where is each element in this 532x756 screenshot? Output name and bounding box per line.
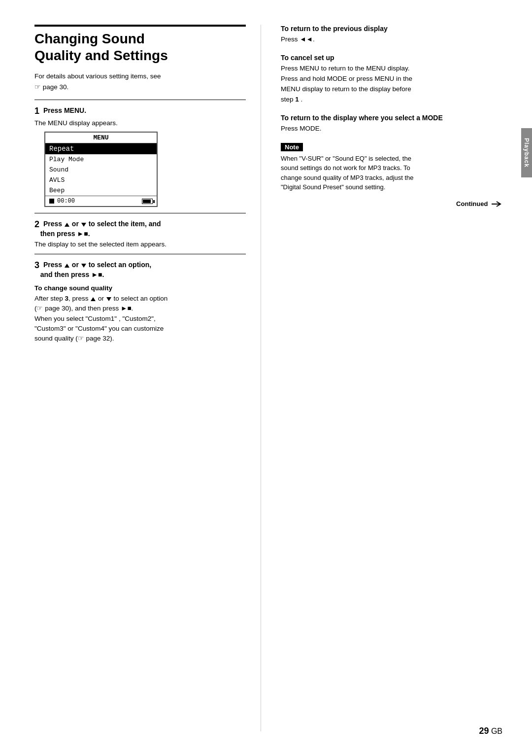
arrow-up-sub — [91, 297, 96, 301]
menu-item-playmode: Play Mode — [45, 154, 157, 165]
left-column: Changing Sound Quality and Settings For … — [34, 25, 261, 731]
cancel-body2: Press and hold MODE or press MENU in the — [281, 75, 412, 82]
battery-icon — [142, 199, 153, 204]
cancel-setup-header: To cancel set up — [281, 54, 502, 62]
arrow-up-icon-2 — [65, 223, 69, 227]
menu-item-repeat: Repeat — [45, 143, 157, 154]
page: Changing Sound Quality and Settings For … — [0, 0, 532, 756]
note-body3: change sound quality of MP3 tracks, adju… — [281, 174, 414, 181]
cancel-body1: Press MENU to return to the MENU display… — [281, 65, 410, 72]
title-line2: Quality and Settings — [34, 48, 168, 63]
sub-change-sound: To change sound quality After step 3, pr… — [34, 284, 246, 344]
sub-change-sound-header: To change sound quality — [34, 284, 246, 292]
page-title: Changing Sound Quality and Settings — [34, 25, 246, 64]
step-3-or: or — [72, 261, 81, 269]
menu-display: MENU Repeat Play Mode Sound AVLS Beep 00… — [44, 132, 158, 207]
return-prev-body: Press ◄◄. — [281, 34, 502, 45]
cancel-step-bold: 1 — [295, 96, 299, 103]
step-1-number: 1 — [34, 106, 39, 116]
arrow-down-icon-3 — [81, 264, 86, 268]
body2-text: When you select "Custom1" , "Custom2", — [34, 315, 156, 322]
note-body1: When "V-SUR" or "Sound EQ" is selected, … — [281, 155, 411, 162]
arrow-up-icon-3 — [65, 264, 69, 268]
page-number-bold: 29 — [479, 726, 489, 736]
step-1: 1 Press MENU. The MENU display appears. … — [34, 106, 246, 207]
note-body: When "V-SUR" or "Sound EQ" is selected, … — [281, 154, 502, 192]
arrow-down-sub — [106, 297, 111, 301]
playback-tab: Playback — [521, 128, 532, 177]
return-display-section: To return to the display where you selec… — [281, 114, 502, 134]
cancel-setup-section: To cancel set up Press MENU to return to… — [281, 54, 502, 105]
continued: Continued — [281, 200, 502, 207]
menu-item-beep: Beep — [45, 185, 157, 196]
menu-bottom: 00:00 — [45, 196, 157, 206]
body3-text: "Custom3" or "Custom4" you can customize — [34, 325, 164, 332]
step-2-number: 2 — [34, 219, 39, 229]
menu-time: 00:00 — [57, 198, 75, 205]
step-2-header: 2 Press or to select the item, and then … — [34, 219, 246, 238]
playback-label: Playback — [523, 138, 530, 168]
step-3-number: 3 — [34, 260, 39, 270]
return-display-body: Press MODE. — [281, 124, 502, 134]
body1-text: After step 3, press — [34, 295, 90, 302]
sub-change-sound-body: After step 3, press or to select an opti… — [34, 294, 246, 344]
note-body4: "Digital Sound Preset" sound setting. — [281, 183, 385, 191]
body1-or: or — [98, 295, 106, 302]
menu-item-avls: AVLS — [45, 175, 157, 185]
cancel-body3: MENU display to return to the display be… — [281, 85, 411, 93]
divider-2 — [34, 213, 246, 213]
right-column: To return to the previous display Press … — [261, 25, 502, 731]
return-prev-section: To return to the previous display Press … — [281, 25, 502, 45]
menu-square-icon — [49, 199, 54, 204]
title-line1: Changing Sound — [34, 31, 145, 46]
cancel-body4: step — [281, 96, 294, 103]
body4-text: sound quality (☞ page 32). — [34, 335, 114, 342]
step-3-text1: Press — [43, 261, 64, 269]
return-display-header: To return to the display where you selec… — [281, 114, 502, 122]
step-2-body: The display to set the selected item app… — [34, 241, 246, 248]
arrow-down-icon-2 — [81, 223, 86, 227]
continued-arrow-icon — [492, 201, 502, 207]
intro-text: For details about various setting items,… — [34, 72, 246, 80]
step-2-or: or — [72, 220, 81, 228]
divider-1 — [34, 100, 246, 100]
note-label: Note — [281, 143, 303, 151]
battery-fill — [143, 200, 151, 203]
cancel-setup-body: Press MENU to return to the MENU display… — [281, 64, 502, 105]
page-number-suffix: GB — [491, 727, 502, 735]
step-2-text1: Press — [43, 220, 64, 228]
page-ref: ☞ page 30. — [34, 83, 246, 91]
page-number: 29 GB — [479, 726, 502, 736]
step-3: 3 Press or to select an option, and then… — [34, 260, 246, 278]
step-1-label: Press MENU. — [43, 106, 86, 114]
step-2: 2 Press or to select the item, and then … — [34, 219, 246, 248]
step-3-header: 3 Press or to select an option, and then… — [34, 260, 246, 278]
step-1-header: 1 Press MENU. — [34, 106, 246, 116]
cancel-body5: . — [301, 96, 303, 103]
menu-title: MENU — [45, 133, 157, 143]
note-body2: sound settings do not work for MP3 track… — [281, 164, 410, 172]
menu-item-sound: Sound — [45, 165, 157, 175]
continued-text: Continued — [456, 200, 488, 207]
note-box: Note When "V-SUR" or "Sound EQ" is selec… — [281, 143, 502, 192]
return-prev-header: To return to the previous display — [281, 25, 502, 33]
divider-3 — [34, 254, 246, 254]
step-1-body: The MENU display appears. — [34, 119, 246, 127]
